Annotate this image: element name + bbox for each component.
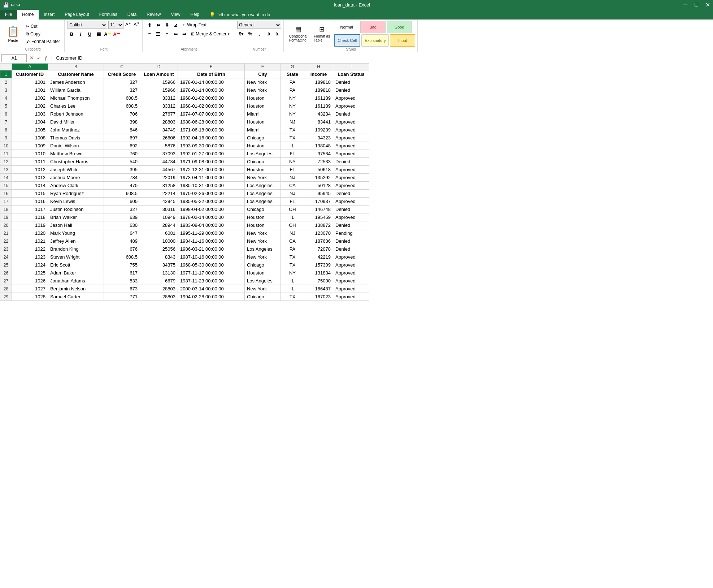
table-cell[interactable]: Approved	[333, 253, 369, 261]
table-cell[interactable]: PA	[281, 86, 304, 94]
table-cell[interactable]: 1001	[12, 86, 48, 94]
table-cell[interactable]: 167023	[304, 293, 333, 301]
row-header-19[interactable]: 19	[0, 213, 12, 221]
table-cell[interactable]: 1018	[12, 213, 48, 221]
table-cell[interactable]: Approved	[333, 174, 369, 182]
table-cell[interactable]: Denied	[333, 245, 369, 253]
table-cell[interactable]: Los Angeles	[245, 245, 281, 253]
table-cell[interactable]: Approved	[333, 293, 369, 301]
table-cell[interactable]: Thomas Davis	[48, 134, 104, 142]
cell-d1[interactable]: Loan Amount	[140, 70, 178, 78]
table-cell[interactable]: 28803	[140, 293, 178, 301]
table-cell[interactable]: 166487	[304, 285, 333, 293]
row-header-5[interactable]: 5	[0, 102, 12, 110]
style-input[interactable]: Input	[390, 34, 415, 47]
table-cell[interactable]: NY	[281, 158, 304, 166]
table-cell[interactable]: 1984-11-16 00:00:00	[178, 237, 245, 245]
table-cell[interactable]: 1012	[12, 166, 48, 174]
table-cell[interactable]: Approved	[333, 166, 369, 174]
insert-function-button[interactable]: ƒ	[43, 55, 49, 61]
table-cell[interactable]: IL	[281, 285, 304, 293]
spreadsheet-container[interactable]: A B C D E F G H I 1 Customer ID Customer…	[0, 63, 713, 588]
table-cell[interactable]: 327	[104, 86, 140, 94]
table-cell[interactable]: David Miller	[48, 118, 104, 126]
table-cell[interactable]: Houston	[245, 142, 281, 150]
table-cell[interactable]: Los Angeles	[245, 277, 281, 285]
tab-formulas[interactable]: Formulas	[94, 10, 122, 20]
table-cell[interactable]: 1985-05-22 00:00:00	[178, 198, 245, 206]
table-cell[interactable]: William Garcia	[48, 86, 104, 94]
row-header-8[interactable]: 8	[0, 126, 12, 134]
table-cell[interactable]: Approved	[333, 213, 369, 221]
confirm-formula-button[interactable]: ✓	[35, 55, 42, 61]
save-icon[interactable]: 💾	[3, 2, 9, 8]
table-cell[interactable]: Pending	[333, 229, 369, 237]
table-cell[interactable]: Houston	[245, 213, 281, 221]
tab-insert[interactable]: Insert	[39, 10, 60, 20]
table-cell[interactable]: 639	[104, 213, 140, 221]
table-cell[interactable]: 157309	[304, 261, 333, 269]
table-cell[interactable]: 1971-09-08 00:00:00	[178, 158, 245, 166]
row-header-28[interactable]: 28	[0, 285, 12, 293]
table-cell[interactable]: NY	[281, 269, 304, 277]
table-cell[interactable]: 161189	[304, 102, 333, 110]
table-cell[interactable]: New York	[245, 285, 281, 293]
currency-button[interactable]: $▾	[237, 30, 245, 38]
table-cell[interactable]: 1992-01-27 00:00:00	[178, 150, 245, 158]
table-cell[interactable]: Chicago	[245, 261, 281, 269]
row-header-3[interactable]: 3	[0, 86, 12, 94]
table-cell[interactable]: 706	[104, 110, 140, 118]
table-cell[interactable]: 94323	[304, 134, 333, 142]
cancel-formula-button[interactable]: ✕	[28, 55, 35, 61]
table-cell[interactable]: Houston	[245, 269, 281, 277]
table-cell[interactable]: 1983-09-04 00:00:00	[178, 221, 245, 229]
table-cell[interactable]: TX	[281, 126, 304, 134]
table-cell[interactable]: 1024	[12, 261, 48, 269]
table-cell[interactable]: 138872	[304, 221, 333, 229]
merge-center-button[interactable]: ⊞ Merge & Center ▾	[189, 30, 232, 38]
col-header-b[interactable]: B	[48, 64, 104, 70]
table-cell[interactable]: Approved	[333, 134, 369, 142]
table-cell[interactable]: James Anderson	[48, 78, 104, 86]
table-cell[interactable]: 1993-09-30 00:00:00	[178, 142, 245, 150]
table-cell[interactable]: Houston	[245, 118, 281, 126]
table-cell[interactable]: NJ	[281, 118, 304, 126]
table-cell[interactable]: Houston	[245, 94, 281, 102]
table-cell[interactable]: Joseph White	[48, 166, 104, 174]
table-cell[interactable]: NY	[281, 102, 304, 110]
row-header-12[interactable]: 12	[0, 158, 12, 166]
increase-decimal-button[interactable]: .0	[264, 30, 272, 38]
table-cell[interactable]: 1027	[12, 285, 48, 293]
row-header-7[interactable]: 7	[0, 118, 12, 126]
table-cell[interactable]: 1992-04-16 00:00:00	[178, 134, 245, 142]
table-cell[interactable]: 1009	[12, 142, 48, 150]
table-cell[interactable]: John Martinez	[48, 126, 104, 134]
table-cell[interactable]: Miami	[245, 110, 281, 118]
table-cell[interactable]: FL	[281, 198, 304, 206]
table-cell[interactable]: Los Angeles	[245, 182, 281, 190]
table-cell[interactable]: Adam Baker	[48, 269, 104, 277]
table-cell[interactable]: Denied	[333, 237, 369, 245]
cell-e1[interactable]: Date of Birth	[178, 70, 245, 78]
row-header-21[interactable]: 21	[0, 229, 12, 237]
tab-file[interactable]: File	[0, 10, 17, 20]
maximize-button[interactable]: □	[695, 1, 698, 8]
table-cell[interactable]: Denied	[333, 190, 369, 198]
table-cell[interactable]: Joshua Moore	[48, 174, 104, 182]
table-cell[interactable]: 1017	[12, 206, 48, 213]
table-cell[interactable]: IL	[281, 213, 304, 221]
tab-data[interactable]: Data	[122, 10, 142, 20]
table-cell[interactable]: CA	[281, 182, 304, 190]
row-header-29[interactable]: 29	[0, 293, 12, 301]
table-cell[interactable]: 1988-06-28 00:00:00	[178, 118, 245, 126]
table-cell[interactable]: 1978-01-14 00:00:00	[178, 78, 245, 86]
underline-button[interactable]: U	[86, 30, 94, 38]
table-cell[interactable]: NJ	[281, 174, 304, 182]
align-center-button[interactable]: ☰	[154, 30, 162, 38]
table-cell[interactable]: 187686	[304, 237, 333, 245]
table-cell[interactable]: 327	[104, 78, 140, 86]
cell-c1[interactable]: Credit Score	[104, 70, 140, 78]
table-cell[interactable]: Denied	[333, 78, 369, 86]
table-cell[interactable]: Chicago	[245, 206, 281, 213]
table-cell[interactable]: 28803	[140, 285, 178, 293]
